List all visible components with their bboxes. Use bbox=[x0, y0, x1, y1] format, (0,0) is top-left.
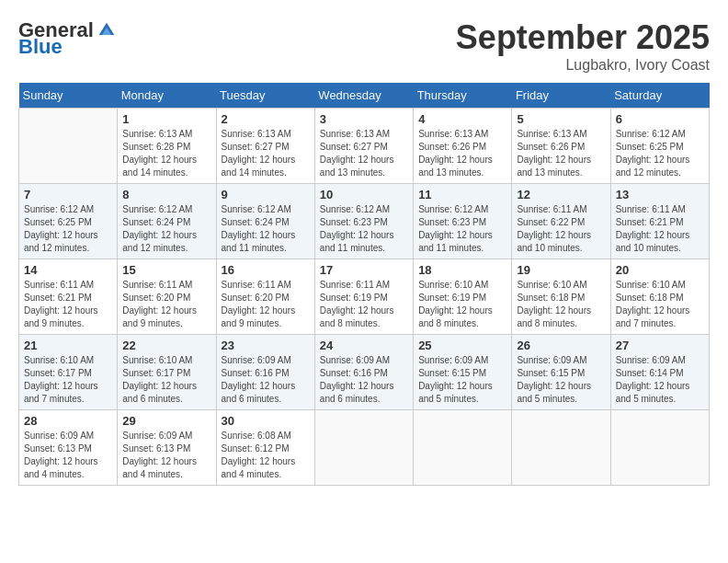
day-number: 15 bbox=[122, 263, 210, 277]
calendar-cell: 24Sunrise: 6:09 AM Sunset: 6:16 PM Dayli… bbox=[314, 335, 413, 410]
calendar-cell: 15Sunrise: 6:11 AM Sunset: 6:20 PM Dayli… bbox=[118, 259, 216, 335]
calendar-cell: 22Sunrise: 6:10 AM Sunset: 6:17 PM Dayli… bbox=[118, 335, 216, 410]
day-number: 3 bbox=[320, 112, 408, 126]
calendar-cell: 20Sunrise: 6:10 AM Sunset: 6:18 PM Dayli… bbox=[610, 259, 709, 335]
calendar-cell: 27Sunrise: 6:09 AM Sunset: 6:14 PM Dayli… bbox=[610, 335, 709, 410]
day-info: Sunrise: 6:09 AM Sunset: 6:16 PM Dayligh… bbox=[320, 354, 408, 406]
calendar-header-row: SundayMondayTuesdayWednesdayThursdayFrid… bbox=[19, 83, 710, 109]
header-thursday: Thursday bbox=[414, 83, 512, 109]
day-number: 11 bbox=[418, 188, 506, 201]
day-number: 7 bbox=[24, 188, 112, 201]
calendar-week-row: 14Sunrise: 6:11 AM Sunset: 6:21 PM Dayli… bbox=[19, 259, 710, 335]
day-info: Sunrise: 6:11 AM Sunset: 6:19 PM Dayligh… bbox=[320, 279, 408, 330]
day-number: 8 bbox=[122, 188, 210, 201]
day-info: Sunrise: 6:09 AM Sunset: 6:14 PM Dayligh… bbox=[616, 354, 704, 406]
calendar-cell bbox=[610, 410, 709, 486]
calendar-cell: 1Sunrise: 6:13 AM Sunset: 6:28 PM Daylig… bbox=[118, 109, 216, 184]
day-info: Sunrise: 6:12 AM Sunset: 6:25 PM Dayligh… bbox=[616, 128, 704, 179]
day-info: Sunrise: 6:12 AM Sunset: 6:23 PM Dayligh… bbox=[418, 203, 506, 255]
day-info: Sunrise: 6:10 AM Sunset: 6:17 PM Dayligh… bbox=[24, 354, 112, 406]
calendar-cell: 14Sunrise: 6:11 AM Sunset: 6:21 PM Dayli… bbox=[19, 259, 118, 335]
day-number: 27 bbox=[616, 339, 704, 352]
calendar-cell: 6Sunrise: 6:12 AM Sunset: 6:25 PM Daylig… bbox=[610, 109, 709, 184]
day-info: Sunrise: 6:13 AM Sunset: 6:27 PM Dayligh… bbox=[320, 128, 408, 179]
calendar-cell: 19Sunrise: 6:10 AM Sunset: 6:18 PM Dayli… bbox=[512, 259, 610, 335]
calendar-cell: 28Sunrise: 6:09 AM Sunset: 6:13 PM Dayli… bbox=[19, 410, 118, 486]
day-info: Sunrise: 6:10 AM Sunset: 6:18 PM Dayligh… bbox=[517, 279, 605, 330]
day-info: Sunrise: 6:11 AM Sunset: 6:22 PM Dayligh… bbox=[517, 203, 605, 255]
day-info: Sunrise: 6:13 AM Sunset: 6:28 PM Dayligh… bbox=[122, 128, 210, 179]
day-number: 22 bbox=[122, 339, 210, 352]
day-info: Sunrise: 6:10 AM Sunset: 6:19 PM Dayligh… bbox=[418, 279, 506, 330]
day-info: Sunrise: 6:13 AM Sunset: 6:27 PM Dayligh… bbox=[222, 128, 310, 179]
day-info: Sunrise: 6:09 AM Sunset: 6:13 PM Dayligh… bbox=[24, 430, 112, 481]
calendar-cell: 30Sunrise: 6:08 AM Sunset: 6:12 PM Dayli… bbox=[216, 410, 314, 486]
calendar-cell: 7Sunrise: 6:12 AM Sunset: 6:25 PM Daylig… bbox=[19, 184, 118, 259]
page-header: General Blue September 2025 Lugbakro, Iv… bbox=[18, 18, 710, 74]
calendar-cell: 17Sunrise: 6:11 AM Sunset: 6:19 PM Dayli… bbox=[314, 259, 413, 335]
day-info: Sunrise: 6:11 AM Sunset: 6:20 PM Dayligh… bbox=[222, 279, 310, 330]
day-number: 24 bbox=[320, 339, 408, 352]
day-info: Sunrise: 6:09 AM Sunset: 6:15 PM Dayligh… bbox=[517, 354, 605, 406]
calendar-cell: 26Sunrise: 6:09 AM Sunset: 6:15 PM Dayli… bbox=[512, 335, 610, 410]
day-number: 30 bbox=[222, 414, 310, 428]
calendar-cell: 25Sunrise: 6:09 AM Sunset: 6:15 PM Dayli… bbox=[414, 335, 512, 410]
calendar-table: SundayMondayTuesdayWednesdayThursdayFrid… bbox=[18, 83, 710, 486]
day-info: Sunrise: 6:09 AM Sunset: 6:15 PM Dayligh… bbox=[418, 354, 506, 406]
day-number: 29 bbox=[122, 414, 210, 428]
calendar-cell: 8Sunrise: 6:12 AM Sunset: 6:24 PM Daylig… bbox=[118, 184, 216, 259]
day-number: 1 bbox=[122, 112, 210, 126]
calendar-cell: 18Sunrise: 6:10 AM Sunset: 6:19 PM Dayli… bbox=[414, 259, 512, 335]
day-number: 23 bbox=[222, 339, 310, 352]
day-number: 5 bbox=[517, 112, 605, 126]
calendar-cell: 21Sunrise: 6:10 AM Sunset: 6:17 PM Dayli… bbox=[19, 335, 118, 410]
day-number: 13 bbox=[616, 188, 704, 201]
calendar-cell: 4Sunrise: 6:13 AM Sunset: 6:26 PM Daylig… bbox=[414, 109, 512, 184]
day-info: Sunrise: 6:12 AM Sunset: 6:23 PM Dayligh… bbox=[320, 203, 408, 255]
day-info: Sunrise: 6:11 AM Sunset: 6:20 PM Dayligh… bbox=[122, 279, 210, 330]
day-info: Sunrise: 6:09 AM Sunset: 6:13 PM Dayligh… bbox=[122, 430, 210, 481]
header-monday: Monday bbox=[118, 83, 216, 109]
day-number: 19 bbox=[517, 263, 605, 277]
calendar-cell: 9Sunrise: 6:12 AM Sunset: 6:24 PM Daylig… bbox=[216, 184, 314, 259]
calendar-week-row: 1Sunrise: 6:13 AM Sunset: 6:28 PM Daylig… bbox=[19, 109, 710, 184]
calendar-cell: 11Sunrise: 6:12 AM Sunset: 6:23 PM Dayli… bbox=[414, 184, 512, 259]
day-info: Sunrise: 6:12 AM Sunset: 6:24 PM Dayligh… bbox=[122, 203, 210, 255]
calendar-cell: 5Sunrise: 6:13 AM Sunset: 6:26 PM Daylig… bbox=[512, 109, 610, 184]
calendar-week-row: 21Sunrise: 6:10 AM Sunset: 6:17 PM Dayli… bbox=[19, 335, 710, 410]
day-info: Sunrise: 6:11 AM Sunset: 6:21 PM Dayligh… bbox=[616, 203, 704, 255]
header-friday: Friday bbox=[512, 83, 610, 109]
day-number: 17 bbox=[320, 263, 408, 277]
header-saturday: Saturday bbox=[610, 83, 709, 109]
calendar-cell: 13Sunrise: 6:11 AM Sunset: 6:21 PM Dayli… bbox=[610, 184, 709, 259]
day-info: Sunrise: 6:08 AM Sunset: 6:12 PM Dayligh… bbox=[222, 430, 310, 481]
calendar-cell bbox=[19, 109, 118, 184]
calendar-cell: 10Sunrise: 6:12 AM Sunset: 6:23 PM Dayli… bbox=[314, 184, 413, 259]
logo-icon bbox=[97, 21, 116, 40]
day-info: Sunrise: 6:12 AM Sunset: 6:25 PM Dayligh… bbox=[24, 203, 112, 255]
day-number: 14 bbox=[24, 263, 112, 277]
day-number: 9 bbox=[222, 188, 310, 201]
calendar-cell: 16Sunrise: 6:11 AM Sunset: 6:20 PM Dayli… bbox=[216, 259, 314, 335]
header-sunday: Sunday bbox=[19, 83, 118, 109]
calendar-cell bbox=[512, 410, 610, 486]
location-subtitle: Lugbakro, Ivory Coast bbox=[456, 57, 710, 74]
day-number: 6 bbox=[616, 112, 704, 126]
month-title: September 2025 bbox=[456, 18, 710, 57]
day-info: Sunrise: 6:11 AM Sunset: 6:21 PM Dayligh… bbox=[24, 279, 112, 330]
calendar-cell: 29Sunrise: 6:09 AM Sunset: 6:13 PM Dayli… bbox=[118, 410, 216, 486]
calendar-week-row: 7Sunrise: 6:12 AM Sunset: 6:25 PM Daylig… bbox=[19, 184, 710, 259]
day-number: 26 bbox=[517, 339, 605, 352]
calendar-week-row: 28Sunrise: 6:09 AM Sunset: 6:13 PM Dayli… bbox=[19, 410, 710, 486]
header-wednesday: Wednesday bbox=[314, 83, 413, 109]
calendar-cell: 23Sunrise: 6:09 AM Sunset: 6:16 PM Dayli… bbox=[216, 335, 314, 410]
day-number: 2 bbox=[222, 112, 310, 126]
title-section: September 2025 Lugbakro, Ivory Coast bbox=[456, 18, 710, 74]
day-info: Sunrise: 6:10 AM Sunset: 6:17 PM Dayligh… bbox=[122, 354, 210, 406]
calendar-cell: 12Sunrise: 6:11 AM Sunset: 6:22 PM Dayli… bbox=[512, 184, 610, 259]
day-info: Sunrise: 6:13 AM Sunset: 6:26 PM Dayligh… bbox=[517, 128, 605, 179]
day-info: Sunrise: 6:13 AM Sunset: 6:26 PM Dayligh… bbox=[418, 128, 506, 179]
calendar-cell bbox=[414, 410, 512, 486]
day-number: 4 bbox=[418, 112, 506, 126]
day-number: 21 bbox=[24, 339, 112, 352]
